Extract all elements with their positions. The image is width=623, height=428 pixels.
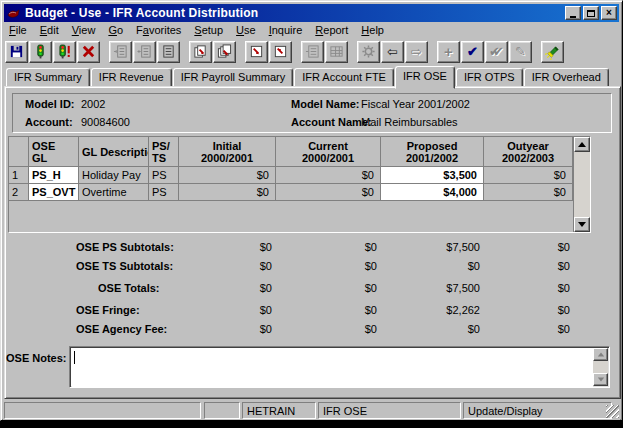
close-button[interactable]: × xyxy=(601,6,617,20)
correction-button[interactable]: ✎ xyxy=(509,41,532,63)
scroll-down-button[interactable] xyxy=(574,217,590,232)
app-window: Budget - Use - IFR Account Distribution … xyxy=(0,0,623,421)
pencil-icon: ✎ xyxy=(515,45,526,58)
gear-button[interactable] xyxy=(357,41,380,63)
menu-go[interactable]: Go xyxy=(108,24,123,39)
delete-button[interactable] xyxy=(77,41,100,63)
prev-panel-button[interactable] xyxy=(269,41,292,63)
copy-page-button[interactable] xyxy=(189,41,212,63)
update-display-button[interactable]: ✔ xyxy=(461,41,484,63)
process-alert-icon xyxy=(57,44,72,59)
tab-ifr-account-fte[interactable]: IFR Account FTE xyxy=(294,68,394,87)
add-icon: + xyxy=(444,44,453,59)
cell-gl-1[interactable]: PS_H xyxy=(29,167,79,184)
menu-setup[interactable]: Setup xyxy=(194,24,223,39)
update-all-button[interactable]: ✔✔ xyxy=(485,41,508,63)
panel-ifr-ose: Model ID: 2002 Model Name: Fiscal Year 2… xyxy=(4,86,621,399)
total-row-ose-fringe: OSE Fringe: $0 $0 $2,262 $0 xyxy=(4,304,621,319)
list-panel-icon xyxy=(305,44,320,59)
close-icon: × xyxy=(606,8,612,18)
total-label: OSE PS Subtotals: xyxy=(76,241,174,253)
model-name-label: Model Name: xyxy=(291,98,359,110)
screenshot: Budget - Use - IFR Account Distribution … xyxy=(0,0,623,428)
model-id-label: Model ID: xyxy=(25,98,75,110)
maximize-button[interactable] xyxy=(583,6,599,20)
notes-scrollbar[interactable] xyxy=(593,348,608,386)
copy-pages-icon xyxy=(217,44,232,59)
delete-icon xyxy=(81,44,96,59)
scroll-track[interactable] xyxy=(574,152,590,217)
tab-ifr-summary[interactable]: IFR Summary xyxy=(6,68,90,87)
scroll-up-button[interactable] xyxy=(574,137,590,152)
ose-notes-label: OSE Notes: xyxy=(6,352,67,364)
cell-current-2: $0 xyxy=(276,184,381,201)
ose-notes-box xyxy=(69,346,610,388)
col-header-outyear: Outyear2002/2003 xyxy=(484,137,573,167)
total-current: $0 xyxy=(291,304,377,316)
cell-gl-2[interactable]: PS_OVT xyxy=(29,184,79,201)
minimize-button[interactable] xyxy=(565,6,581,20)
resize-grip[interactable] xyxy=(606,405,619,418)
menu-use[interactable]: Use xyxy=(236,24,256,39)
col-header-current: Current2000/2001 xyxy=(276,137,381,167)
grid-empty-area xyxy=(9,201,573,232)
status-panel-name: IFR OSE xyxy=(318,402,461,419)
check-all-icon-2: ✔ xyxy=(493,45,504,58)
tab-ifr-overhead[interactable]: IFR Overhead xyxy=(524,68,609,87)
tab-ifr-payroll-summary[interactable]: IFR Payroll Summary xyxy=(173,68,294,87)
copy-pages-button[interactable] xyxy=(213,41,236,63)
total-current: $0 xyxy=(291,282,377,294)
grid-panel-button[interactable] xyxy=(325,41,348,63)
grid-vertical-scrollbar[interactable] xyxy=(573,137,590,232)
cell-proposed-1[interactable]: $3,500 xyxy=(381,167,484,184)
insert-row-button[interactable] xyxy=(109,41,132,63)
menu-file[interactable]: File xyxy=(9,24,27,39)
save-button[interactable] xyxy=(5,41,28,63)
menu-favorites[interactable]: Favorites xyxy=(136,24,181,39)
scroll-down-icon xyxy=(578,222,586,227)
search-button[interactable] xyxy=(541,41,564,63)
total-row-ts-subtotals: OSE TS Subtotals: $0 $0 $0 $0 xyxy=(4,260,621,275)
ose-notes-input[interactable] xyxy=(72,349,593,387)
total-proposed: $7,500 xyxy=(396,282,480,294)
status-bar: HETRAIN IFR OSE Update/Display xyxy=(3,401,620,420)
menu-help[interactable]: Help xyxy=(361,24,384,39)
forward-button[interactable]: ⇨ xyxy=(405,41,428,63)
row-detail-button[interactable] xyxy=(157,41,180,63)
total-label: OSE TS Subtotals: xyxy=(76,260,173,272)
next-panel-button[interactable] xyxy=(245,41,268,63)
grid-header-row: OSEGL GL Description PS/TS Initial2000/2… xyxy=(9,137,573,167)
row-header-1[interactable]: 1 xyxy=(9,167,29,184)
total-outyear: $0 xyxy=(486,260,570,272)
back-button[interactable]: ⇦ xyxy=(381,41,404,63)
cell-initial-1: $0 xyxy=(179,167,276,184)
list-panel-button[interactable] xyxy=(301,41,324,63)
menu-edit[interactable]: Edit xyxy=(40,24,59,39)
add-button[interactable]: + xyxy=(437,41,460,63)
scroll-down-icon xyxy=(597,378,603,382)
menu-view[interactable]: View xyxy=(72,24,96,39)
insert-row-icon xyxy=(113,44,128,59)
tab-ifr-otps[interactable]: IFR OTPS xyxy=(456,68,523,87)
total-row-ps-subtotals: OSE PS Subtotals: $0 $0 $7,500 $0 xyxy=(4,241,621,256)
cell-proposed-2[interactable]: $4,000 xyxy=(381,184,484,201)
ose-grid: OSEGL GL Description PS/TS Initial2000/2… xyxy=(8,136,591,233)
tab-ifr-ose[interactable]: IFR OSE xyxy=(395,66,455,89)
notes-scroll-up-button[interactable] xyxy=(593,348,608,361)
process-alert-button[interactable] xyxy=(53,41,76,63)
grid-corner-cell xyxy=(9,137,29,167)
col-header-ps-ts: PS/TS xyxy=(149,137,179,167)
maximize-icon xyxy=(587,10,595,17)
row-header-2[interactable]: 2 xyxy=(9,184,29,201)
total-label: OSE Totals: xyxy=(98,282,160,294)
delete-row-button[interactable] xyxy=(133,41,156,63)
grid-panel-icon xyxy=(329,44,344,59)
menu-report[interactable]: Report xyxy=(315,24,348,39)
tab-ifr-revenue[interactable]: IFR Revenue xyxy=(91,68,172,87)
menu-inquire[interactable]: Inquire xyxy=(269,24,303,39)
forward-arrow-icon: ⇨ xyxy=(411,45,422,58)
notes-scroll-down-button[interactable] xyxy=(593,373,608,386)
account-name-value: Mail Reimbursables xyxy=(361,116,458,128)
total-proposed: $0 xyxy=(396,260,480,272)
process-button[interactable] xyxy=(29,41,52,63)
